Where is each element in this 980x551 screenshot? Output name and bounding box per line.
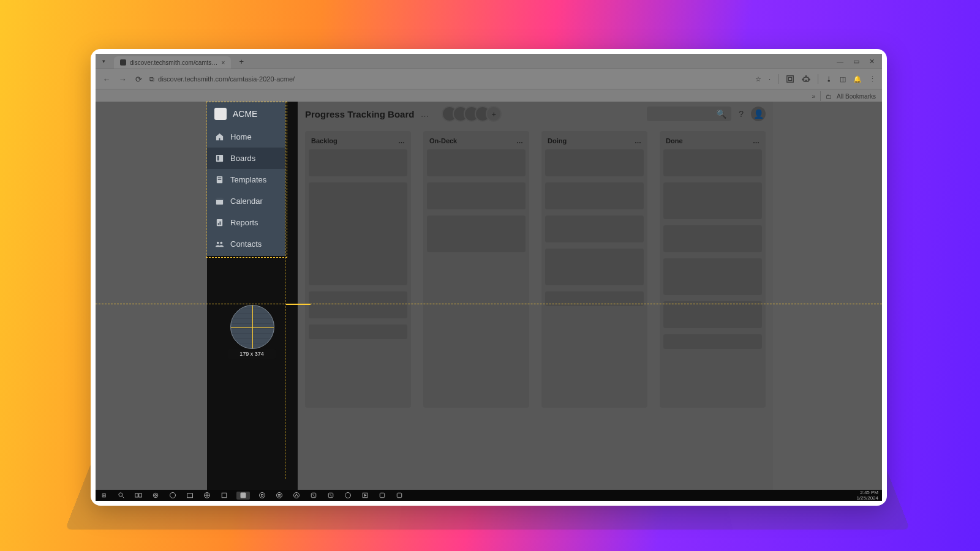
notifications-icon[interactable]: 🔔 (853, 75, 862, 83)
sidebar-item-calendar[interactable]: Calendar (207, 190, 285, 212)
board-card[interactable] (427, 182, 526, 209)
taskbar-app-icon[interactable] (151, 492, 160, 500)
taskbar-app-icon[interactable] (168, 492, 178, 500)
site-info-icon[interactable]: ⧉ (149, 75, 154, 83)
bookmarks-overflow-icon[interactable]: » (812, 93, 816, 100)
board-card[interactable] (545, 249, 644, 285)
taskbar-app-icon[interactable] (309, 492, 318, 500)
sidebar-item-home[interactable]: Home (207, 126, 285, 148)
window-controls: — ▭ ✕ (837, 58, 882, 66)
column-menu[interactable]: … (516, 137, 523, 144)
browser-menu-button[interactable]: ⋮ (869, 75, 876, 83)
extensions-puzzle-icon[interactable] (802, 75, 810, 83)
sidebar-item-templates[interactable]: Templates (207, 169, 285, 190)
taskbar-search-icon[interactable] (116, 492, 126, 500)
sidebar-item-reports[interactable]: Reports (207, 212, 285, 233)
taskbar-app-icon[interactable] (219, 492, 229, 500)
column-menu[interactable]: … (635, 137, 641, 144)
board-card[interactable] (545, 291, 644, 306)
column-backlog: Backlog … (305, 131, 411, 408)
window-restore-button[interactable]: ▭ (853, 58, 859, 66)
sidepanel-icon[interactable]: ◫ (840, 75, 846, 83)
browser-window: ▾ discover.techsmith.com/camts… × + — ▭ … (96, 54, 882, 501)
help-button[interactable]: ? (739, 109, 744, 119)
board-card[interactable] (427, 149, 526, 176)
nav-back-button[interactable]: ← (102, 75, 111, 84)
bookmark-star-icon[interactable]: ☆ (755, 75, 761, 83)
taskbar-app-icon[interactable] (360, 492, 370, 500)
board-card[interactable] (663, 334, 762, 349)
board-card[interactable] (663, 225, 762, 252)
current-user-avatar[interactable]: 👤 (751, 107, 766, 121)
board-card[interactable] (663, 149, 762, 176)
taskbar-app-icon[interactable] (185, 492, 195, 500)
board-area: Progress Tracking Board … + 🔍 (298, 102, 773, 490)
board-columns: Backlog … On-Deck … (305, 131, 766, 482)
home-icon (214, 132, 224, 142)
sidebar-item-label: Boards (230, 154, 255, 163)
svg-point-13 (220, 242, 222, 244)
sidebar-item-label: Reports (230, 218, 258, 227)
svg-point-20 (170, 493, 176, 498)
address-text: discover.techsmith.com/camtasia-2020-acm… (158, 75, 295, 83)
board-card[interactable] (309, 149, 407, 176)
taskbar-clock[interactable]: 2:45 PM 1/25/2024 (856, 490, 878, 501)
board-search-input[interactable]: 🔍 (647, 107, 731, 121)
board-title-menu[interactable]: … (420, 109, 429, 119)
tab-search-dropdown[interactable]: ▾ (99, 57, 108, 66)
new-tab-button[interactable]: + (236, 56, 247, 67)
browser-tab[interactable]: discover.techsmith.com/camts… × (114, 56, 231, 69)
board-card[interactable] (309, 324, 407, 339)
taskbar-app-icon[interactable] (326, 492, 336, 500)
svg-point-25 (260, 493, 265, 498)
column-menu[interactable]: … (753, 137, 760, 144)
screenshot-frame: ▾ discover.techsmith.com/camts… × + — ▭ … (91, 49, 887, 506)
taskbar-snagit-icon[interactable] (236, 492, 250, 500)
column-title: On-Deck (429, 137, 457, 144)
task-view-icon[interactable] (134, 492, 143, 500)
board-card[interactable] (545, 216, 644, 242)
taskbar-app-icon[interactable] (257, 492, 267, 500)
board-card[interactable] (663, 258, 762, 295)
board-card[interactable] (309, 291, 407, 318)
board-header: Progress Tracking Board … + 🔍 (298, 102, 773, 126)
taskbar-app-icon[interactable] (202, 492, 212, 500)
taskbar-app-icon[interactable] (274, 492, 284, 500)
svg-rect-1 (788, 77, 791, 80)
board-card[interactable] (545, 149, 644, 176)
template-icon (214, 175, 224, 185)
sidebar-item-contacts[interactable]: Contacts (207, 233, 285, 255)
taskbar-app-icon[interactable] (292, 492, 301, 500)
column-title: Backlog (311, 137, 337, 144)
taskbar-app-icon[interactable] (377, 492, 387, 500)
all-bookmarks-link[interactable]: All Bookmarks (837, 93, 876, 100)
svg-point-34 (345, 493, 351, 498)
column-menu[interactable]: … (398, 137, 405, 144)
taskbar-time: 2:45 PM (856, 490, 878, 495)
downloads-icon[interactable]: ⭳ (826, 75, 832, 83)
nav-forward-button[interactable]: → (118, 75, 127, 84)
toolbar-divider (778, 74, 778, 84)
taskbar-app-icon[interactable] (343, 492, 353, 500)
taskbar-app-icon[interactable] (394, 492, 404, 500)
add-member-button[interactable]: + (486, 106, 502, 122)
sidebar-item-workspace[interactable]: ACME (207, 102, 285, 126)
capture-magnifier (230, 305, 274, 349)
extension-icon-1[interactable] (786, 75, 794, 83)
nav-reload-button[interactable]: ⟳ (134, 75, 143, 84)
tab-close-button[interactable]: × (221, 59, 225, 66)
start-button[interactable]: ⊞ (99, 492, 109, 500)
svg-rect-5 (217, 178, 221, 178)
board-card[interactable] (545, 182, 644, 209)
sidebar-item-label: Templates (230, 175, 266, 184)
board-card[interactable] (309, 182, 407, 285)
calendar-icon (214, 197, 224, 206)
svg-rect-16 (135, 493, 138, 497)
window-close-button[interactable]: ✕ (869, 58, 875, 66)
board-card[interactable] (663, 182, 762, 219)
window-minimize-button[interactable]: — (837, 58, 843, 66)
board-card[interactable] (427, 216, 526, 252)
sidebar-item-boards[interactable]: Boards (207, 148, 285, 169)
board-card[interactable] (663, 301, 762, 328)
address-bar[interactable]: ⧉ discover.techsmith.com/camtasia-2020-a… (149, 75, 295, 83)
